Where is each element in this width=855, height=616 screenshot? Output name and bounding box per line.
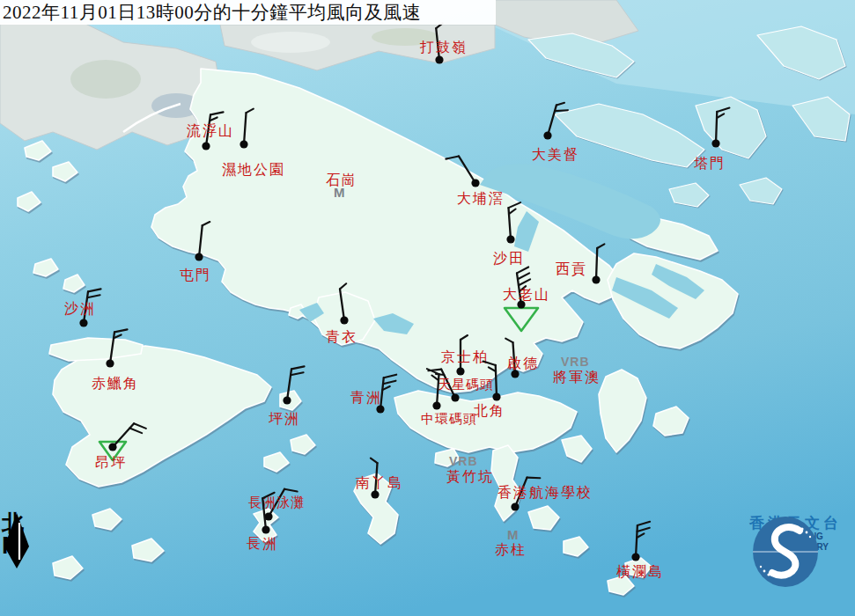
station: 赤柱M xyxy=(495,527,527,557)
station-label: 赤柱 xyxy=(495,542,527,557)
station-label: 橫瀾島 xyxy=(616,564,664,579)
station-label: 天星碼頭 xyxy=(438,378,494,392)
wind-barb-icon xyxy=(596,244,604,280)
station-label: 長洲 xyxy=(247,536,278,551)
hko-logo-icon xyxy=(736,516,855,590)
station: 石崗M xyxy=(326,172,357,200)
station-label: 北角 xyxy=(474,403,505,418)
wind-map: 打鼓嶺流浮山濕地公園石崗M大美督塔門大埔滘沙田屯門西貢沙洲大老山青衣赤鱲角京士柏… xyxy=(0,0,855,616)
station-dot xyxy=(511,370,519,378)
station-dot xyxy=(456,367,464,375)
station: 濕地公園 xyxy=(222,108,285,177)
station-dot xyxy=(543,131,551,139)
wind-barb-icon xyxy=(110,327,128,365)
station-label: 西貢 xyxy=(556,261,587,277)
station-label: 大美督 xyxy=(532,147,579,162)
station-label: 青洲 xyxy=(350,390,382,405)
wind-barb-icon xyxy=(716,107,729,143)
station-dot xyxy=(106,359,114,367)
wind-barb-icon xyxy=(508,202,523,239)
station: 長洲泳灘 xyxy=(248,485,305,523)
station: 大美督 xyxy=(532,101,579,162)
wind-barb-icon xyxy=(380,373,396,410)
station-dot xyxy=(283,396,291,404)
station-dot xyxy=(506,235,514,243)
station-label: 中環碼頭 xyxy=(421,412,477,426)
wind-barb-icon xyxy=(199,221,210,258)
station-dot xyxy=(451,393,459,401)
station: 塔門 xyxy=(694,107,729,171)
station: 青衣 xyxy=(326,283,357,344)
station-label: 流浮山 xyxy=(187,123,234,138)
station: 京士柏 xyxy=(441,335,489,376)
station: 青洲 xyxy=(350,373,396,413)
station-dot xyxy=(376,405,384,413)
hko-logo: 香港天文台 HONG KONG OBSERVATORY xyxy=(736,516,855,553)
station-dot xyxy=(492,392,500,400)
wind-barb-icon xyxy=(636,521,650,558)
compass-north: 北 N xyxy=(2,512,37,557)
station: 流浮山 xyxy=(187,110,234,150)
station-label: 南丫島 xyxy=(356,475,403,490)
station: 打鼓嶺 xyxy=(419,23,468,63)
map-title: 2022年11月01日13時00分的十分鐘平均風向及風速 xyxy=(0,0,421,25)
station-label: 將軍澳 xyxy=(553,370,601,385)
station: 將軍澳VRB xyxy=(553,355,601,385)
station-label: 黃竹坑 xyxy=(446,469,494,484)
wind-barb-icon xyxy=(113,421,146,456)
station-dot xyxy=(262,525,269,533)
station-dot xyxy=(240,140,247,148)
station-dot xyxy=(511,502,519,510)
station-label: 屯門 xyxy=(180,268,211,282)
station-label: 昂坪 xyxy=(95,455,127,470)
station-label: 打鼓嶺 xyxy=(419,40,468,55)
station-label: 青衣 xyxy=(326,329,357,344)
station: 橫瀾島 xyxy=(616,521,664,579)
station-dot xyxy=(631,553,639,561)
gust-triangle-icon xyxy=(505,308,538,331)
station-label: 塔門 xyxy=(694,156,726,171)
wind-barb-icon xyxy=(339,283,351,320)
station-label: 沙洲 xyxy=(64,301,96,316)
station-label: 沙田 xyxy=(493,251,525,266)
station: 西貢 xyxy=(556,244,604,284)
station-dot xyxy=(711,139,719,147)
station-label: 香港航海學校 xyxy=(498,485,593,500)
station-dot xyxy=(340,316,348,324)
variable-wind-label: VRB xyxy=(449,454,478,468)
station-dot xyxy=(435,55,443,63)
station-label: 坪洲 xyxy=(269,411,300,426)
station-label: 長洲泳灘 xyxy=(248,495,305,510)
wind-barb-icon xyxy=(446,152,475,189)
variable-wind-label: VRB xyxy=(561,355,590,369)
station: 坪洲 xyxy=(269,364,305,426)
station: 黃竹坑VRB xyxy=(446,454,494,484)
station: 屯門 xyxy=(180,221,211,282)
stations-layer: 打鼓嶺流浮山濕地公園石崗M大美督塔門大埔滘沙田屯門西貢沙洲大老山青衣赤鱲角京士柏… xyxy=(0,0,855,616)
station-dot xyxy=(108,443,116,451)
station: 南丫島 xyxy=(356,458,403,499)
missing-data-label: M xyxy=(334,185,345,200)
station: 大埔滘 xyxy=(446,152,505,206)
station-label: 啟德 xyxy=(507,356,539,370)
station: 啟德 xyxy=(505,338,539,378)
station: 大老山 xyxy=(503,267,550,331)
station-dot xyxy=(79,319,87,326)
station: 赤鱲角 xyxy=(92,327,139,391)
north-arrow-icon xyxy=(2,512,33,570)
station-dot xyxy=(592,275,600,283)
station-dot xyxy=(371,490,379,498)
wind-barb-icon xyxy=(244,108,254,144)
station-dot xyxy=(432,401,440,409)
title-bar: 2022年11月01日13時00分的十分鐘平均風向及風速 xyxy=(0,0,496,25)
station-label: 大埔滘 xyxy=(457,191,505,206)
station-label: 大老山 xyxy=(503,287,550,302)
station-dot xyxy=(202,142,210,150)
station: 昂坪 xyxy=(95,421,146,470)
station: 沙田 xyxy=(493,202,525,266)
station-dot xyxy=(195,253,203,260)
station-label: 京士柏 xyxy=(441,349,489,364)
station-label: 赤鱲角 xyxy=(92,376,139,391)
station: 沙洲 xyxy=(64,287,101,326)
station: 香港航海學校 xyxy=(498,473,593,511)
